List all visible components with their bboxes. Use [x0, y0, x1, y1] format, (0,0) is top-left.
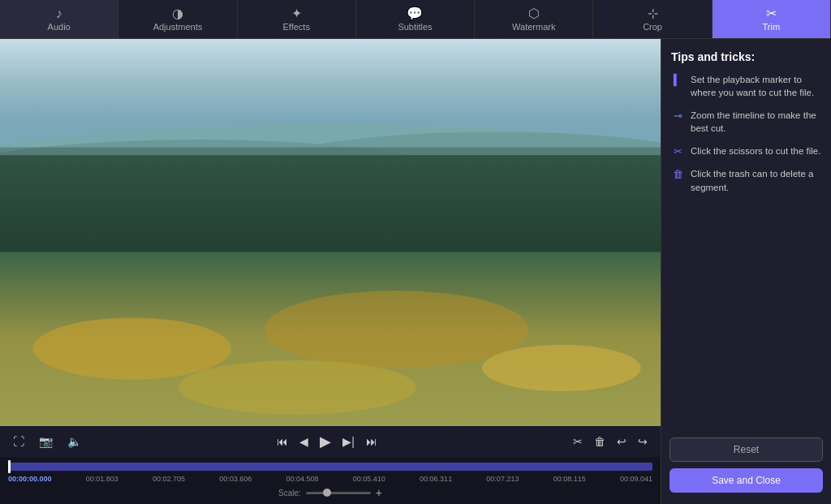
toolbar-trim[interactable]: ✂ Trim: [713, 0, 831, 38]
svg-point-7: [33, 317, 231, 379]
fullscreen-button[interactable]: ⛶: [10, 434, 28, 449]
svg-point-10: [179, 360, 416, 415]
video-area: ⛶ 📷 🔈 ⏮ ◀ ▶ ▶| ⏭ ✂ 🗑 ↩ ↪: [0, 39, 661, 504]
tick-5: 00:05.410: [353, 475, 385, 483]
right-panel: Tips and tricks: ▍ Set the playback mark…: [661, 39, 831, 504]
trash-tip-icon: 🗑: [671, 168, 684, 180]
watermark-label: Watermark: [512, 22, 555, 32]
save-close-button[interactable]: Save and Close: [670, 468, 823, 493]
tip-1-text: Set the playback marker to where you wan…: [691, 73, 821, 99]
timeline-bar-container[interactable]: [8, 460, 652, 473]
current-time: 00:00:00.000: [8, 475, 52, 483]
adjustments-label: Adjustments: [153, 22, 203, 32]
audio-label: Audio: [48, 22, 71, 32]
zoom-icon: ⊸: [671, 110, 684, 122]
volume-button[interactable]: 🔈: [64, 434, 84, 449]
scale-slider[interactable]: [306, 492, 371, 494]
toolbar-adjustments[interactable]: ◑ Adjustments: [118, 0, 237, 38]
playback-marker-icon: ▍: [671, 74, 684, 86]
audio-icon: ♪: [56, 7, 62, 20]
subtitles-label: Subtitles: [398, 22, 432, 32]
timeline-area: 00:00:00.000 00:01.803 00:02.705 00:03.6…: [0, 457, 661, 504]
effects-icon: ✦: [291, 7, 302, 20]
screenshot-button[interactable]: 📷: [36, 434, 56, 449]
timeline-ticks: 00:00:00.000 00:01.803 00:02.705 00:03.6…: [8, 475, 652, 483]
toolbar-watermark[interactable]: ⬡ Watermark: [475, 0, 593, 38]
toolbar-audio[interactable]: ♪ Audio: [0, 0, 118, 38]
tick-8: 00:08.115: [553, 475, 586, 483]
tick-6: 00:06.311: [420, 475, 452, 483]
redo-button[interactable]: ↪: [635, 434, 651, 449]
next-frame-button[interactable]: ▶|: [339, 434, 358, 449]
tick-2: 00:02.705: [153, 475, 185, 483]
effects-label: Effects: [282, 22, 309, 32]
cut-button[interactable]: ✂: [570, 434, 586, 449]
playback-controls: ⏮ ◀ ▶ ▶| ⏭: [273, 433, 381, 450]
tick-1: 00:01.803: [86, 475, 118, 483]
timeline-handle[interactable]: [8, 460, 11, 473]
tip-2-text: Zoom the timeline to make the best cut.: [691, 109, 821, 135]
skip-forward-button[interactable]: ⏭: [363, 434, 381, 449]
crop-label: Crop: [643, 22, 662, 32]
tip-3: ✂ Click the scissors to cut the file.: [671, 144, 821, 157]
adjustments-icon: ◑: [172, 7, 183, 20]
subtitles-icon: 💬: [407, 7, 423, 20]
skip-back-button[interactable]: ⏮: [273, 434, 291, 449]
video-controls: ⛶ 📷 🔈 ⏮ ◀ ▶ ▶| ⏭ ✂ 🗑 ↩ ↪: [0, 426, 661, 457]
edit-controls: ✂ 🗑 ↩ ↪: [570, 434, 651, 449]
undo-button[interactable]: ↩: [614, 434, 630, 449]
trim-label: Trim: [763, 22, 781, 32]
trim-icon: ✂: [766, 7, 777, 20]
tip-2: ⊸ Zoom the timeline to make the best cut…: [671, 109, 821, 135]
tips-title: Tips and tricks:: [671, 50, 821, 63]
tip-4: 🗑 Click the trash can to delete a segmen…: [671, 167, 821, 193]
toolbar-subtitles[interactable]: 💬 Subtitles: [356, 0, 475, 38]
tick-3: 00:03.606: [219, 475, 252, 483]
reset-button[interactable]: Reset: [670, 437, 823, 462]
toolbar: ♪ Audio ◑ Adjustments ✦ Effects 💬 Subtit…: [0, 0, 831, 39]
panel-buttons: Reset Save and Close: [661, 429, 831, 504]
toolbar-effects[interactable]: ✦ Effects: [238, 0, 356, 38]
video-frame: [0, 39, 661, 426]
tick-7: 00:07.213: [486, 475, 519, 483]
main-content: ⛶ 📷 🔈 ⏮ ◀ ▶ ▶| ⏭ ✂ 🗑 ↩ ↪: [0, 39, 831, 504]
scale-row: Scale: +: [8, 486, 652, 499]
tip-3-text: Click the scissors to cut the file.: [691, 144, 820, 157]
timeline-bar: [8, 463, 652, 471]
tick-9: 00:09.041: [620, 475, 652, 483]
svg-point-9: [482, 345, 640, 391]
tip-4-text: Click the trash can to delete a segment.: [691, 167, 821, 193]
scale-plus[interactable]: +: [376, 486, 382, 499]
delete-button[interactable]: 🗑: [591, 434, 609, 449]
tip-1: ▍ Set the playback marker to where you w…: [671, 73, 821, 99]
tick-4: 00:04.508: [286, 475, 319, 483]
svg-point-8: [265, 291, 529, 368]
play-button[interactable]: ▶: [316, 433, 334, 450]
toolbar-crop[interactable]: ⊹ Crop: [593, 0, 712, 38]
prev-frame-button[interactable]: ◀: [296, 434, 312, 449]
watermark-icon: ⬡: [528, 7, 540, 20]
tips-section: Tips and tricks: ▍ Set the playback mark…: [661, 39, 831, 429]
crop-icon: ⊹: [648, 7, 658, 20]
scissors-tip-icon: ✂: [671, 145, 684, 157]
scale-label: Scale:: [278, 489, 301, 498]
